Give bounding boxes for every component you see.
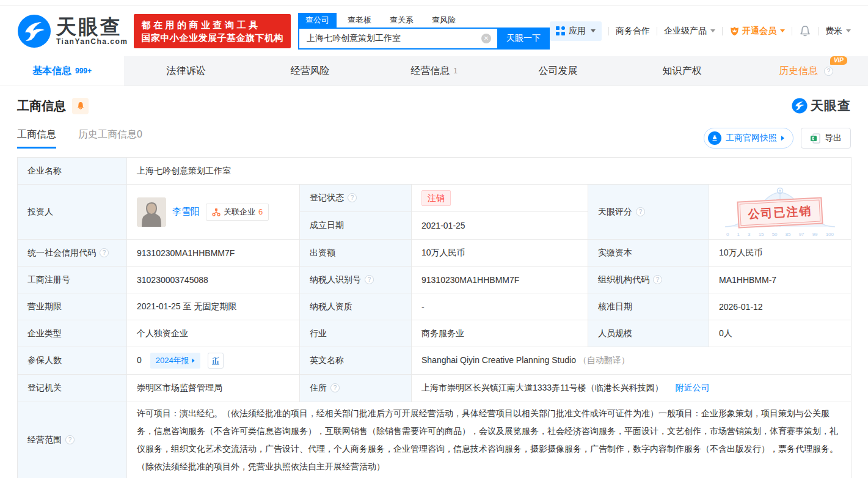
tab-operation-risk[interactable]: 经营风险 (248, 56, 372, 86)
tab-count: 1 (453, 67, 458, 75)
search-input[interactable] (298, 28, 497, 50)
establish-date-label: 成立日期 (300, 212, 412, 240)
chevron-down-icon (710, 29, 715, 32)
tab-basic-info[interactable]: 基本信息 999+ (0, 56, 124, 86)
banner-line1: 都在用的商业查询工具 (141, 18, 283, 31)
org-code-value: MA1HHBMM-7 (709, 267, 852, 293)
tab-history-info[interactable]: VIP 历史信息 (744, 56, 868, 86)
menu-cooperation[interactable]: 商务合作 (616, 26, 650, 37)
arrow-right-icon (192, 358, 194, 362)
approval-date-label: 核准日期 (588, 293, 709, 320)
search-tab-company[interactable]: 查公司 (298, 13, 337, 28)
watermark-logo: 天眼查 (792, 97, 851, 114)
tab-label: 经营信息 (410, 65, 450, 78)
help-icon[interactable] (330, 383, 340, 392)
site-logo[interactable]: 天眼查 TianYanCha.com (17, 14, 128, 48)
stamp-icon (708, 131, 721, 145)
capital-value: 10万人民币 (412, 240, 588, 267)
menu-divider (722, 27, 723, 35)
menu-divider (792, 27, 792, 35)
annual-report-label: 2024年报 (156, 355, 189, 366)
search-tabs: 查公司 查老板 查关系 查风险 (298, 13, 550, 28)
tab-label: 基本信息 (32, 65, 71, 78)
username: 费米 (825, 26, 842, 37)
related-count: 6 (258, 207, 263, 216)
tab-label: 经营风险 (291, 65, 330, 78)
reg-number-value: 310230003745088 (127, 267, 300, 293)
subscribe-bell-button[interactable] (72, 98, 89, 114)
tab-label: 知识产权 (663, 65, 702, 78)
promo-banner: 都在用的商业查询工具 国家中小企业发展子基金旗下机构 (134, 14, 291, 48)
menu-open-vip[interactable]: 开通会员 (729, 26, 785, 37)
credit-code-value: 91310230MA1HHBMM7F (127, 240, 300, 267)
user-menu[interactable]: 费米 (825, 26, 851, 37)
registration-authority-label: 登记机关 (18, 375, 127, 402)
help-icon[interactable] (636, 207, 645, 216)
top-strip (0, 0, 868, 6)
industry-value: 商务服务业 (412, 320, 588, 347)
apps-menu[interactable]: 应用 (550, 21, 602, 41)
help-icon[interactable] (653, 275, 662, 284)
export-label: 导出 (825, 133, 842, 144)
snapshot-label: 工商官网快照 (726, 133, 777, 144)
staff-size-value: 0人 (709, 320, 852, 347)
vip-label: 开通会员 (742, 26, 776, 37)
top-menu: 应用 商务合作 企业级产品 开通会员 费米 (550, 21, 851, 41)
related-companies-badge[interactable]: 关联企业 6 (206, 204, 269, 221)
company-name-value: 上海七吟创意策划工作室 (127, 158, 852, 185)
search-tab-risk[interactable]: 查风险 (425, 13, 463, 28)
nearby-companies-link[interactable]: 附近公司 (676, 383, 710, 392)
menu-divider (657, 27, 657, 35)
tianyancha-eye-icon (792, 98, 808, 114)
help-icon[interactable] (348, 193, 357, 202)
score-axis: 01 315 5085 9799 100 (719, 232, 841, 237)
section-title: 工商信息 (17, 98, 66, 114)
help-icon[interactable] (365, 275, 374, 284)
menu-enterprise[interactable]: 企业级产品 (664, 26, 715, 37)
tab-legal[interactable]: 法律诉讼 (124, 56, 248, 86)
company-name-label: 企业名称 (18, 158, 127, 185)
approval-date-value: 2026-01-12 (709, 293, 852, 320)
english-name-label: 英文名称 (300, 347, 412, 375)
registration-authority-value: 崇明区市场监督管理局 (127, 375, 300, 402)
business-scope-label: 经营范围 (18, 402, 127, 478)
english-name-value: Shanghai Qiyin Creative Planning Studio (421, 355, 576, 365)
business-term-label: 营业期限 (18, 293, 127, 320)
taxpayer-id-label: 纳税人识别号 (300, 267, 412, 293)
menu-divider (608, 27, 609, 35)
score-cell: 01 315 5085 9799 100 公司已注销 (709, 185, 852, 240)
enterprise-label: 企业级产品 (664, 26, 707, 37)
official-snapshot-button[interactable]: 工商官网快照 (704, 128, 793, 149)
annual-report-badge[interactable]: 2024年报 (150, 353, 200, 369)
establish-date-value: 2021-01-25 (412, 212, 588, 240)
subtab-business-info[interactable]: 工商信息 (17, 128, 56, 149)
status-badge: 注销 (421, 190, 451, 206)
menu-divider (818, 27, 819, 35)
tab-company-development[interactable]: 公司发展 (496, 56, 620, 86)
tab-label: 历史信息 (779, 65, 818, 78)
help-icon[interactable] (824, 67, 833, 76)
investor-name-link[interactable]: 李雪阳 (172, 206, 200, 218)
insured-chart-button[interactable] (208, 353, 224, 369)
help-icon[interactable] (100, 248, 109, 257)
help-icon[interactable] (65, 435, 75, 444)
subtab-row: 工商信息 历史工商信息0 工商官网快照 导出 (17, 128, 851, 149)
excel-icon (810, 133, 820, 144)
tab-business-info[interactable]: 经营信息 1 (372, 56, 496, 86)
subtab-history-business-info[interactable]: 历史工商信息0 (78, 128, 142, 149)
tianyancha-eye-icon (17, 14, 51, 48)
notification-bell-icon[interactable] (799, 25, 811, 37)
search-button[interactable]: 天眼一下 (497, 28, 550, 50)
main-content: 工商信息 天眼查 工商信息 历史工商信息0 工商官网快照 (0, 86, 868, 478)
tab-intellectual-property[interactable]: 知识产权 (620, 56, 744, 86)
search-tab-boss[interactable]: 查老板 (340, 13, 379, 28)
vip-badge: VIP (830, 56, 847, 65)
search-tab-relation[interactable]: 查关系 (382, 13, 421, 28)
business-info-table: 企业名称 上海七吟创意策划工作室 投资人 李雪阳 (17, 157, 852, 478)
score-label: 天眼评分 (588, 185, 709, 240)
address-label: 住所 (300, 375, 412, 402)
investor-avatar[interactable] (137, 197, 166, 227)
clear-search-icon[interactable] (481, 34, 491, 43)
apps-label: 应用 (569, 26, 586, 37)
export-button[interactable]: 导出 (801, 128, 851, 149)
